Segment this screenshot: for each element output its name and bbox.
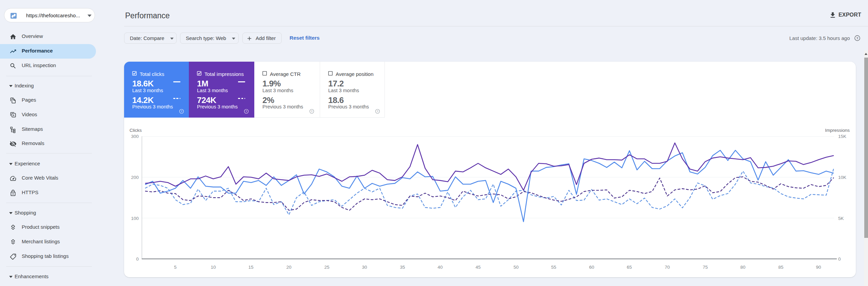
svg-text:10K: 10K (838, 175, 846, 180)
svg-text:100: 100 (131, 216, 139, 221)
svg-text:30: 30 (362, 265, 367, 270)
svg-text:Impressions: Impressions (825, 128, 850, 133)
svg-text:40: 40 (437, 265, 442, 270)
svg-text:15K: 15K (838, 134, 846, 139)
svg-text:200: 200 (131, 175, 139, 180)
svg-text:5K: 5K (838, 216, 844, 221)
svg-text:80: 80 (740, 265, 745, 270)
svg-text:15: 15 (248, 265, 253, 270)
svg-text:300: 300 (131, 134, 139, 139)
svg-text:25: 25 (324, 265, 329, 270)
svg-text:85: 85 (778, 265, 783, 270)
svg-text:65: 65 (627, 265, 632, 270)
svg-text:60: 60 (589, 265, 594, 270)
svg-text:5: 5 (174, 265, 177, 270)
svg-text:35: 35 (400, 265, 405, 270)
svg-text:45: 45 (475, 265, 480, 270)
svg-text:0: 0 (136, 257, 139, 262)
svg-text:Clicks: Clicks (130, 128, 142, 133)
svg-text:75: 75 (703, 265, 708, 270)
svg-text:20: 20 (286, 265, 291, 270)
svg-text:50: 50 (513, 265, 518, 270)
svg-text:0: 0 (838, 257, 841, 262)
svg-text:10: 10 (211, 265, 216, 270)
svg-text:70: 70 (665, 265, 670, 270)
svg-text:55: 55 (551, 265, 556, 270)
svg-text:90: 90 (816, 265, 821, 270)
